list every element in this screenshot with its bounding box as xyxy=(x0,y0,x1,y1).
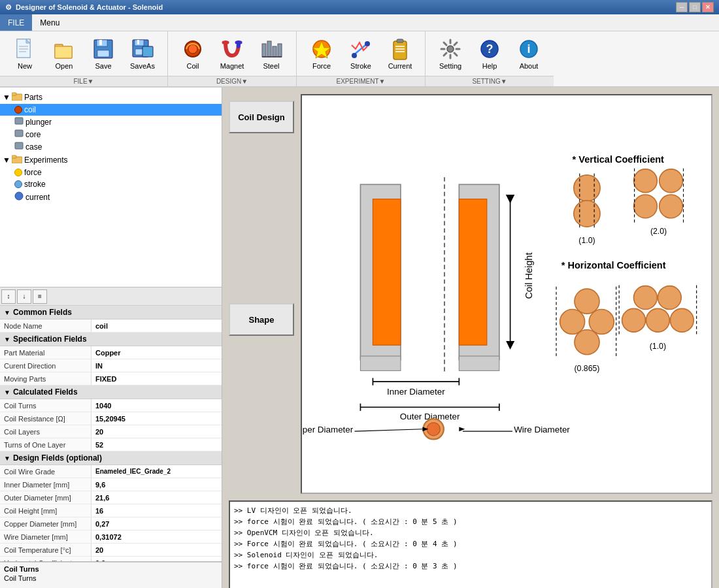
props-btn-sort-asc[interactable]: ↕ xyxy=(1,289,16,304)
svg-rect-33 xyxy=(397,39,403,42)
svg-rect-23 xyxy=(267,41,271,57)
parts-folder-icon xyxy=(12,91,22,103)
console-panel: >> LV 디자인이 오픈 되었습니다. >> force 시험이 완료 되었습… xyxy=(229,500,712,588)
prop-part-material-val[interactable]: Copper xyxy=(92,346,222,359)
toolbar-magnet[interactable]: Magnet xyxy=(212,34,252,73)
svg-text:(2.0): (2.0) xyxy=(650,227,667,236)
svg-point-37 xyxy=(447,46,454,52)
toolbar-force[interactable]: Force xyxy=(302,34,341,73)
prop-coil-turns: Coil Turns 1040 xyxy=(0,399,222,412)
prop-coil-temperature-val[interactable]: 20 xyxy=(92,544,222,556)
menu-menu[interactable]: Menu xyxy=(32,14,67,31)
toolbar-stroke[interactable]: Stroke xyxy=(341,34,380,73)
prop-current-direction-val[interactable]: IN xyxy=(92,359,222,372)
toolbar-help-label: Help xyxy=(482,62,497,70)
prop-coil-turns-val[interactable]: 1040 xyxy=(92,399,222,412)
new-icon xyxy=(13,37,37,61)
prop-moving-parts-key: Moving Parts xyxy=(0,372,92,385)
magnet-icon xyxy=(220,37,244,61)
console-line-6: >> force 시험이 완료 되었습니다. ( 소요시간 : 0 분 3 초 … xyxy=(234,561,707,571)
coil-design-buttons: Coil Design Shape xyxy=(229,94,294,494)
app-icon: ⚙ xyxy=(5,3,12,12)
setting-icon xyxy=(439,37,462,61)
svg-point-31 xyxy=(365,41,370,46)
tree-experiments[interactable]: ▼ Experiments xyxy=(0,153,222,167)
svg-point-30 xyxy=(352,53,357,58)
prop-coil-resistance-val[interactable]: 15,20945 xyxy=(92,412,222,425)
svg-point-63 xyxy=(660,169,683,193)
tree-current[interactable]: current xyxy=(0,190,222,204)
toolbar: New Open xyxy=(0,31,719,88)
toolbar-steel[interactable]: Steel xyxy=(252,34,291,73)
toolbar-saveas[interactable]: SaveAs xyxy=(123,34,162,73)
coil-design-button[interactable]: Coil Design xyxy=(229,101,294,133)
prop-coil-layers-val[interactable]: 20 xyxy=(92,425,222,438)
prop-coil-wire-grade-val[interactable]: Enameled_IEC_Grade_2 xyxy=(92,465,222,478)
prop-turns-one-layer-val[interactable]: 52 xyxy=(92,438,222,451)
case-icon-tree xyxy=(14,142,24,152)
prop-part-material: Part Material Copper xyxy=(0,346,222,359)
prop-inner-diameter-val[interactable]: 9,6 xyxy=(92,478,222,491)
console-line-5: >> Solenoid 디자인이 오픈 되었습니다. xyxy=(234,550,707,560)
tree-force[interactable]: force xyxy=(0,167,222,178)
experiments-expand-icon: ▼ xyxy=(3,155,10,165)
toolbar-about[interactable]: i About xyxy=(509,34,548,73)
experiments-folder-icon xyxy=(12,154,22,165)
prop-horizontal-coeff-val[interactable]: 0,9 xyxy=(92,557,222,562)
toolbar-save[interactable]: Save xyxy=(84,34,123,73)
svg-rect-86 xyxy=(373,199,400,346)
about-icon: i xyxy=(517,37,541,61)
prop-node-name-val[interactable]: coil xyxy=(92,319,222,332)
vert-coeff-1-circle-2 xyxy=(574,201,600,227)
tree-case[interactable]: case xyxy=(0,140,222,153)
maximize-button[interactable]: □ xyxy=(689,2,701,12)
tree-plunger[interactable]: plunger xyxy=(0,116,222,128)
section-common-fields: ▼ Common Fields xyxy=(0,306,222,319)
props-btn-sort-desc[interactable]: ↓ xyxy=(17,289,31,304)
toolbar-setting[interactable]: Setting xyxy=(431,34,470,73)
prop-inner-diameter-key: Inner Diameter [mm] xyxy=(0,478,92,491)
section-calculated-fields: ▼ Calculated Fields xyxy=(0,385,222,399)
experiments-label: Experiments xyxy=(24,155,68,165)
coil-icon xyxy=(181,37,205,61)
toolbar-section-setting: Setting ? Help i About xyxy=(426,31,554,86)
svg-rect-25 xyxy=(278,44,282,57)
toolbar-section-design: Coil Magnet xyxy=(168,31,296,86)
svg-rect-54 xyxy=(15,142,23,149)
current-label: current xyxy=(25,193,50,202)
svg-rect-16 xyxy=(137,40,139,44)
toolbar-file-label: FILE ▼ xyxy=(0,76,167,86)
props-btn-categorize[interactable]: ≡ xyxy=(33,289,47,304)
prop-turns-one-layer-key: Turns of One Layer xyxy=(0,438,92,451)
diagram-svg: * Vertical Coefficient (1.0) (2.0) xyxy=(302,95,711,493)
svg-text:(0.865): (0.865) xyxy=(575,364,600,373)
prop-coil-height: Coil Height [mm] 16 xyxy=(0,504,222,517)
prop-moving-parts-val[interactable]: FIXED xyxy=(92,372,222,385)
help-icon: ? xyxy=(478,37,501,61)
tree-parts[interactable]: ▼ Parts xyxy=(0,90,222,104)
tree-coil[interactable]: coil xyxy=(0,104,222,116)
prop-copper-diameter-val[interactable]: 0,27 xyxy=(92,517,222,530)
prop-wire-diameter-val[interactable]: 0,31072 xyxy=(92,531,222,543)
prop-coil-height-val[interactable]: 16 xyxy=(92,504,222,517)
svg-rect-22 xyxy=(262,44,266,57)
section-calc-label: Calculated Fields xyxy=(13,387,78,397)
tree-stroke[interactable]: stroke xyxy=(0,178,222,190)
close-button[interactable]: ✕ xyxy=(702,2,714,12)
toolbar-coil[interactable]: Coil xyxy=(173,34,212,73)
console-line-4: >> Force 시험이 완료 되었습니다. ( 소요시간 : 0 분 4 초 … xyxy=(234,539,707,549)
prop-part-material-key: Part Material xyxy=(0,346,92,359)
toolbar-current[interactable]: Current xyxy=(380,34,420,73)
toolbar-help[interactable]: ? Help xyxy=(470,34,509,73)
minimize-button[interactable]: ─ xyxy=(676,2,688,12)
menu-file[interactable]: FILE xyxy=(0,14,32,31)
toolbar-open[interactable]: Open xyxy=(44,34,84,73)
svg-rect-24 xyxy=(273,46,276,57)
toolbar-new[interactable]: New xyxy=(5,34,44,73)
tree-core[interactable]: core xyxy=(0,128,222,140)
shape-button[interactable]: Shape xyxy=(229,303,294,336)
prop-horizontal-coeff-key: Horizontal Coefficient xyxy=(0,557,92,562)
toolbar-setting-label: Setting xyxy=(439,62,461,70)
current-icon xyxy=(388,37,412,61)
prop-outer-diameter-val[interactable]: 21,6 xyxy=(92,491,222,504)
